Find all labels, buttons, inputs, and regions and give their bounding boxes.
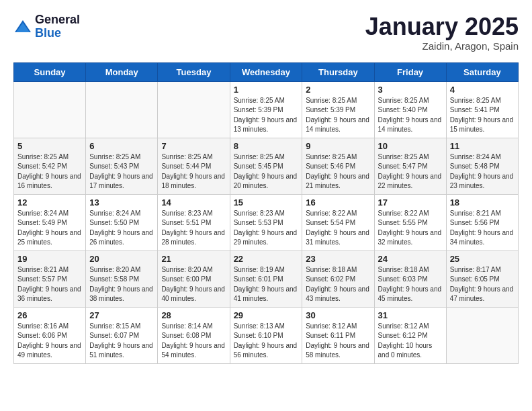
- calendar-cell: 10Sunrise: 8:25 AM Sunset: 5:47 PM Dayli…: [374, 138, 446, 194]
- calendar-cell: 19Sunrise: 8:21 AM Sunset: 5:57 PM Dayli…: [14, 250, 86, 307]
- day-number: 15: [234, 197, 299, 208]
- day-number: 17: [378, 197, 443, 208]
- calendar-week-1: 1Sunrise: 8:25 AM Sunset: 5:39 PM Daylig…: [14, 81, 519, 138]
- calendar-week-4: 19Sunrise: 8:21 AM Sunset: 5:57 PM Dayli…: [14, 250, 519, 307]
- calendar-cell: [446, 307, 518, 363]
- calendar-cell: 24Sunrise: 8:18 AM Sunset: 6:03 PM Dayli…: [374, 250, 446, 307]
- calendar-cell: 26Sunrise: 8:16 AM Sunset: 6:06 PM Dayli…: [14, 307, 86, 363]
- calendar-cell: 31Sunrise: 8:12 AM Sunset: 6:12 PM Dayli…: [374, 307, 446, 363]
- day-info: Sunrise: 8:25 AM Sunset: 5:39 PM Dayligh…: [306, 96, 370, 135]
- day-info: Sunrise: 8:22 AM Sunset: 5:54 PM Dayligh…: [306, 209, 370, 248]
- calendar-cell: 1Sunrise: 8:25 AM Sunset: 5:39 PM Daylig…: [230, 81, 302, 138]
- day-info: Sunrise: 8:25 AM Sunset: 5:45 PM Dayligh…: [234, 152, 299, 191]
- day-number: 3: [378, 85, 443, 95]
- day-info: Sunrise: 8:25 AM Sunset: 5:41 PM Dayligh…: [450, 96, 515, 135]
- day-number: 11: [450, 141, 515, 151]
- calendar-cell: 11Sunrise: 8:24 AM Sunset: 5:48 PM Dayli…: [446, 138, 518, 194]
- logo-blue: Blue: [35, 27, 80, 40]
- calendar-cell: 20Sunrise: 8:20 AM Sunset: 5:58 PM Dayli…: [86, 250, 158, 307]
- calendar-cell: 30Sunrise: 8:12 AM Sunset: 6:11 PM Dayli…: [302, 307, 374, 363]
- logo: General Blue: [13, 13, 80, 40]
- day-info: Sunrise: 8:12 AM Sunset: 6:12 PM Dayligh…: [378, 322, 443, 361]
- day-number: 10: [378, 141, 443, 151]
- weekday-header-thursday: Thursday: [302, 62, 374, 81]
- day-info: Sunrise: 8:25 AM Sunset: 5:39 PM Dayligh…: [234, 96, 299, 135]
- day-info: Sunrise: 8:20 AM Sunset: 6:00 PM Dayligh…: [161, 265, 226, 304]
- day-number: 26: [17, 310, 82, 320]
- day-number: 13: [89, 197, 154, 208]
- logo-general: General: [35, 13, 80, 27]
- day-info: Sunrise: 8:21 AM Sunset: 5:56 PM Dayligh…: [450, 209, 515, 248]
- calendar-cell: [14, 81, 86, 138]
- day-info: Sunrise: 8:25 AM Sunset: 5:47 PM Dayligh…: [378, 152, 443, 191]
- day-number: 25: [450, 254, 515, 264]
- calendar-week-3: 12Sunrise: 8:24 AM Sunset: 5:49 PM Dayli…: [14, 194, 519, 250]
- day-info: Sunrise: 8:17 AM Sunset: 6:05 PM Dayligh…: [450, 265, 515, 304]
- day-number: 14: [161, 197, 226, 208]
- day-info: Sunrise: 8:25 AM Sunset: 5:42 PM Dayligh…: [17, 152, 82, 191]
- calendar-cell: 18Sunrise: 8:21 AM Sunset: 5:56 PM Dayli…: [446, 194, 518, 250]
- day-number: 8: [234, 141, 299, 151]
- day-number: 1: [234, 85, 299, 95]
- day-number: 4: [450, 85, 515, 95]
- calendar-cell: 27Sunrise: 8:15 AM Sunset: 6:07 PM Dayli…: [86, 307, 158, 363]
- calendar-table: SundayMondayTuesdayWednesdayThursdayFrid…: [13, 62, 519, 364]
- calendar-cell: 8Sunrise: 8:25 AM Sunset: 5:45 PM Daylig…: [230, 138, 302, 194]
- calendar-cell: 12Sunrise: 8:24 AM Sunset: 5:49 PM Dayli…: [14, 194, 86, 250]
- calendar-cell: 28Sunrise: 8:14 AM Sunset: 6:08 PM Dayli…: [158, 307, 230, 363]
- day-number: 6: [89, 141, 154, 151]
- day-info: Sunrise: 8:20 AM Sunset: 5:58 PM Dayligh…: [89, 265, 154, 304]
- calendar-cell: 3Sunrise: 8:25 AM Sunset: 5:40 PM Daylig…: [374, 81, 446, 138]
- day-info: Sunrise: 8:14 AM Sunset: 6:08 PM Dayligh…: [161, 322, 226, 361]
- day-number: 16: [306, 197, 370, 208]
- day-number: 23: [306, 254, 370, 264]
- day-number: 20: [89, 254, 154, 264]
- day-info: Sunrise: 8:25 AM Sunset: 5:46 PM Dayligh…: [306, 152, 370, 191]
- calendar-header: SundayMondayTuesdayWednesdayThursdayFrid…: [14, 62, 519, 81]
- day-info: Sunrise: 8:24 AM Sunset: 5:48 PM Dayligh…: [450, 152, 515, 191]
- calendar-body: 1Sunrise: 8:25 AM Sunset: 5:39 PM Daylig…: [14, 81, 519, 363]
- calendar-cell: 23Sunrise: 8:18 AM Sunset: 6:02 PM Dayli…: [302, 250, 374, 307]
- day-number: 29: [234, 310, 299, 320]
- day-number: 12: [17, 197, 82, 208]
- calendar-cell: 9Sunrise: 8:25 AM Sunset: 5:46 PM Daylig…: [302, 138, 374, 194]
- calendar-cell: 5Sunrise: 8:25 AM Sunset: 5:42 PM Daylig…: [14, 138, 86, 194]
- day-info: Sunrise: 8:25 AM Sunset: 5:44 PM Dayligh…: [161, 152, 226, 191]
- day-number: 30: [306, 310, 370, 320]
- calendar-cell: 2Sunrise: 8:25 AM Sunset: 5:39 PM Daylig…: [302, 81, 374, 138]
- day-number: 7: [161, 141, 226, 151]
- logo-icon: [13, 17, 32, 36]
- calendar-week-5: 26Sunrise: 8:16 AM Sunset: 6:06 PM Dayli…: [14, 307, 519, 363]
- calendar-cell: 22Sunrise: 8:19 AM Sunset: 6:01 PM Dayli…: [230, 250, 302, 307]
- calendar-cell: 6Sunrise: 8:25 AM Sunset: 5:43 PM Daylig…: [86, 138, 158, 194]
- calendar-cell: 25Sunrise: 8:17 AM Sunset: 6:05 PM Dayli…: [446, 250, 518, 307]
- day-number: 18: [450, 197, 515, 208]
- day-info: Sunrise: 8:23 AM Sunset: 5:51 PM Dayligh…: [161, 209, 226, 248]
- day-info: Sunrise: 8:25 AM Sunset: 5:43 PM Dayligh…: [89, 152, 154, 191]
- day-info: Sunrise: 8:24 AM Sunset: 5:49 PM Dayligh…: [17, 209, 82, 248]
- weekday-header-tuesday: Tuesday: [158, 62, 230, 81]
- calendar-cell: 29Sunrise: 8:13 AM Sunset: 6:10 PM Dayli…: [230, 307, 302, 363]
- weekday-header-row: SundayMondayTuesdayWednesdayThursdayFrid…: [14, 62, 519, 81]
- calendar-cell: 4Sunrise: 8:25 AM Sunset: 5:41 PM Daylig…: [446, 81, 518, 138]
- day-info: Sunrise: 8:19 AM Sunset: 6:01 PM Dayligh…: [234, 265, 299, 304]
- calendar-cell: [158, 81, 230, 138]
- calendar-cell: 21Sunrise: 8:20 AM Sunset: 6:00 PM Dayli…: [158, 250, 230, 307]
- day-number: 24: [378, 254, 443, 264]
- day-number: 2: [306, 85, 370, 95]
- calendar-cell: 14Sunrise: 8:23 AM Sunset: 5:51 PM Dayli…: [158, 194, 230, 250]
- location: Zaidin, Aragon, Spain: [365, 40, 519, 52]
- calendar-cell: [86, 81, 158, 138]
- calendar-cell: 17Sunrise: 8:22 AM Sunset: 5:55 PM Dayli…: [374, 194, 446, 250]
- day-number: 31: [378, 310, 443, 320]
- weekday-header-wednesday: Wednesday: [230, 62, 302, 81]
- day-number: 28: [161, 310, 226, 320]
- weekday-header-sunday: Sunday: [14, 62, 86, 81]
- day-number: 19: [17, 254, 82, 264]
- day-info: Sunrise: 8:21 AM Sunset: 5:57 PM Dayligh…: [17, 265, 82, 304]
- calendar-cell: 15Sunrise: 8:23 AM Sunset: 5:53 PM Dayli…: [230, 194, 302, 250]
- day-info: Sunrise: 8:12 AM Sunset: 6:11 PM Dayligh…: [306, 322, 370, 361]
- day-info: Sunrise: 8:13 AM Sunset: 6:10 PM Dayligh…: [234, 322, 299, 361]
- day-number: 21: [161, 254, 226, 264]
- day-number: 27: [89, 310, 154, 320]
